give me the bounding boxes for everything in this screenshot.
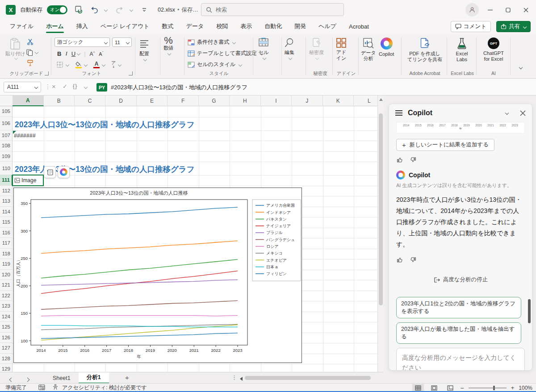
phonetic-dropdown-icon[interactable]	[118, 63, 121, 67]
pdf-share-button[interactable]: PDF を作成し てリンクを共有	[405, 38, 445, 63]
row-header-129[interactable]: 129	[0, 364, 13, 372]
column-header-G[interactable]: G	[199, 96, 230, 106]
copilot-input-box[interactable]: 高度な分析用のメッセージを入力してください Think Deeper |	[396, 348, 525, 371]
page-layout-view-button[interactable]	[428, 384, 440, 392]
copilot-close-icon[interactable]	[520, 110, 526, 116]
cells-button[interactable]: セル	[258, 38, 269, 59]
zoom-level[interactable]: 100%	[519, 385, 532, 391]
row-header-111[interactable]: 111	[0, 175, 13, 186]
copilot-menu-icon[interactable]	[395, 110, 402, 116]
shrink-font-button[interactable]: Aˇ	[99, 50, 103, 57]
page-break-view-button[interactable]	[444, 384, 456, 392]
addins-button[interactable]: アド イン	[336, 38, 347, 61]
thumbs-down-icon[interactable]	[410, 256, 417, 263]
search-bar[interactable]	[201, 3, 344, 16]
macro-record-icon[interactable]	[38, 384, 45, 392]
menu-tab-9[interactable]: 自動化	[260, 20, 286, 33]
row-header-119[interactable]: 119	[0, 259, 13, 270]
row-header-127[interactable]: 127	[0, 343, 13, 354]
minimize-button[interactable]	[483, 3, 497, 17]
column-header-E[interactable]: E	[137, 96, 168, 106]
column-header-D[interactable]: D	[105, 96, 137, 106]
zoom-out-button[interactable]: −	[461, 384, 464, 392]
prev-sheet-icon[interactable]	[10, 376, 13, 383]
insert-function-icon[interactable]: { }	[73, 83, 76, 89]
column-header-F[interactable]: F	[168, 96, 199, 106]
editing-button[interactable]: 編集	[284, 38, 295, 59]
data-analysis-button[interactable]: データ 分析	[361, 38, 376, 62]
sheet-tab-Sheet1[interactable]: Sheet1	[45, 372, 79, 384]
row-header-128[interactable]: 128	[0, 354, 13, 364]
copilot-ribbon-button[interactable]: Copilot	[379, 38, 394, 57]
selected-cell-a111[interactable]: Image	[12, 175, 44, 186]
font-dialog-launcher-icon[interactable]	[129, 71, 133, 75]
fill-color-dropdown-icon[interactable]	[84, 63, 88, 67]
menu-tab-8[interactable]: 表示	[236, 20, 256, 33]
accessibility-status[interactable]: アクセシビリティ: 検討が必要です	[62, 384, 147, 392]
sheetbar-more-icon[interactable]: ⋮	[231, 374, 237, 381]
row-header-109[interactable]: 109	[0, 151, 13, 162]
cell-heading-106[interactable]: 2023年人口3位〜13位の国・地域の人口推移グラフ	[15, 119, 195, 130]
suggestion-chip-2[interactable]: 2023年人口が最も増加した国・地域を抽出する	[396, 322, 521, 344]
row-header-110[interactable]: 110	[0, 162, 13, 175]
format-as-table-button[interactable]: テーブルとして書式設定	[188, 50, 263, 57]
copilot-collapse-icon[interactable]	[505, 111, 509, 115]
row-header-105[interactable]: 105	[0, 106, 13, 117]
row-header-122[interactable]: 122	[0, 291, 13, 301]
hscroll-left-icon[interactable]	[239, 376, 243, 382]
document-title[interactable]: 02.xlsx • 保存…	[158, 6, 205, 14]
row-header-126[interactable]: 126	[0, 333, 13, 343]
row-header-113[interactable]: 113	[0, 196, 13, 207]
thumbs-up-icon[interactable]	[396, 256, 403, 263]
row-header-106[interactable]: 106	[0, 117, 13, 130]
share-button[interactable]: 共有	[496, 21, 531, 32]
row-header-108[interactable]: 108	[0, 141, 13, 151]
cut-button[interactable]	[27, 38, 34, 45]
row-header-125[interactable]: 125	[0, 322, 13, 333]
scroll-up-icon[interactable]	[379, 98, 383, 101]
maximize-button[interactable]	[501, 3, 515, 17]
row-header-114[interactable]: 114	[0, 207, 13, 217]
zoom-slider[interactable]	[469, 388, 507, 388]
cell-heading-110[interactable]: 2023年人口3位〜13位の国・地域の人口推移グラフ	[15, 164, 195, 175]
paste-button[interactable]: 貼り付け	[5, 38, 25, 59]
accessibility-icon[interactable]	[52, 384, 59, 392]
menu-tab-4[interactable]: ページ レイアウト	[96, 20, 154, 33]
chart-thumbnail[interactable]: 2014201520162017201820192020202120222023…	[396, 122, 525, 133]
formula-bar-drag-handle[interactable]: ⋮	[45, 83, 51, 90]
vertical-scrollbar[interactable]	[377, 96, 383, 372]
column-header-A[interactable]: A	[13, 96, 44, 106]
font-color-dropdown-icon[interactable]	[102, 63, 105, 67]
underline-button[interactable]: U	[71, 50, 75, 57]
column-header-K[interactable]: K	[323, 96, 354, 106]
add-sheet-button[interactable]: +	[125, 374, 129, 381]
sheet-tab-分析1[interactable]: 分析1	[79, 372, 109, 384]
column-header-B[interactable]: B	[44, 96, 75, 106]
fill-color-button[interactable]	[75, 62, 82, 68]
row-header-120[interactable]: 120	[0, 270, 13, 280]
underline-dropdown-icon[interactable]	[77, 52, 80, 55]
row-header-115[interactable]: 115	[0, 217, 13, 228]
search-input[interactable]	[216, 7, 332, 13]
menu-tab-11[interactable]: ヘルプ	[314, 20, 341, 33]
horizontal-scroll-thumb[interactable]	[245, 376, 371, 380]
clipboard-dialog-launcher-icon[interactable]	[45, 71, 49, 75]
row-header-112[interactable]: 112	[0, 186, 13, 196]
copilot-scroll-thumb[interactable]	[528, 299, 531, 323]
chart-image[interactable]: 2023年人口3位〜13位の国・地域の人口推移10015020025030035…	[13, 188, 302, 363]
phonetic-button[interactable]: ア⇓	[111, 61, 116, 69]
enter-icon[interactable]: ✓	[63, 83, 67, 90]
alignment-button[interactable]: 配置	[139, 38, 149, 61]
row-header-121[interactable]: 121	[0, 280, 13, 291]
number-button[interactable]: % 数値	[163, 38, 173, 55]
row-header-124[interactable]: 124	[0, 312, 13, 322]
format-painter-button[interactable]	[27, 59, 34, 67]
comments-button[interactable]: コメント	[451, 21, 491, 32]
quick-access-overflow-icon[interactable]	[142, 7, 147, 13]
row-header-107[interactable]: 107	[0, 130, 13, 141]
undo-icon[interactable]	[90, 5, 99, 15]
copy-button[interactable]	[26, 49, 38, 56]
menu-tab-7[interactable]: 校閲	[212, 20, 232, 33]
column-header-H[interactable]: H	[230, 96, 261, 106]
stop-analysis-button[interactable]: 高度な分析の停止	[396, 276, 525, 284]
